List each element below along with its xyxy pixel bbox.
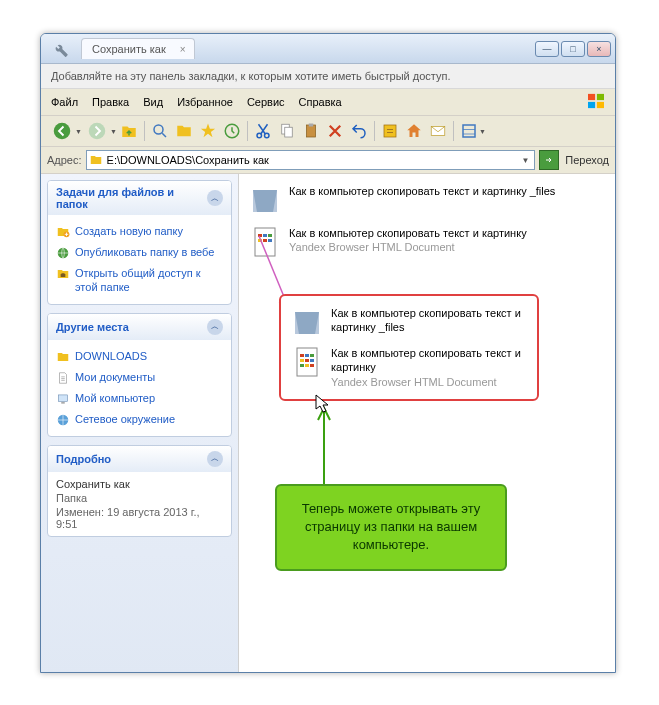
sidebar: Задачи для файлов и папок ︿ Создать нову…	[41, 174, 239, 673]
file-type: Yandex Browser HTML Document	[289, 240, 527, 254]
views-dropdown-icon[interactable]: ▼	[479, 128, 486, 135]
paste-button[interactable]	[299, 119, 323, 143]
task-new-folder[interactable]: Создать новую папку	[56, 221, 223, 242]
callout-file-html: Как в компьютер скопировать текст и карт…	[291, 346, 527, 389]
svg-point-5	[89, 123, 106, 140]
folders-button[interactable]	[172, 119, 196, 143]
svg-rect-36	[305, 359, 309, 362]
file-area: Как в компьютер скопировать текст и карт…	[239, 174, 615, 673]
svg-rect-33	[305, 354, 309, 357]
callout-file-folder: Как в компьютер скопировать текст и карт…	[291, 306, 527, 338]
menubar: Файл Правка Вид Избранное Сервис Справка	[41, 89, 615, 116]
chevron-up-icon: ︿	[207, 451, 223, 467]
file-name: Как в компьютер скопировать текст и карт…	[289, 184, 555, 198]
places-panel: Другие места ︿ DOWNLOADS Мои документы М…	[47, 313, 232, 437]
properties-button[interactable]	[378, 119, 402, 143]
annotation-arrow-green	[309, 404, 339, 494]
task-publish[interactable]: Опубликовать папку в вебе	[56, 242, 223, 263]
place-label: Сетевое окружение	[75, 412, 175, 426]
place-documents[interactable]: Мои документы	[56, 367, 223, 388]
svg-rect-38	[300, 364, 304, 367]
file-item-html[interactable]: Как в компьютер скопировать текст и карт…	[249, 226, 605, 258]
svg-rect-3	[597, 102, 604, 108]
undo-button[interactable]	[347, 119, 371, 143]
place-label: Мои документы	[75, 370, 155, 384]
up-button[interactable]	[117, 119, 141, 143]
folder-icon	[89, 153, 103, 167]
file-name: Как в компьютер скопировать текст и карт…	[289, 226, 527, 240]
bookmark-bar: Добавляйте на эту панель закладки, к кот…	[41, 64, 615, 89]
forward-button[interactable]	[82, 119, 112, 143]
svg-rect-0	[588, 94, 595, 100]
bookmark-hint: Добавляйте на эту панель закладки, к кот…	[51, 70, 450, 82]
tasks-header[interactable]: Задачи для файлов и папок ︿	[48, 181, 231, 215]
go-label: Переход	[565, 154, 609, 166]
svg-point-6	[154, 125, 163, 134]
task-label: Опубликовать папку в вебе	[75, 245, 214, 259]
place-label: Мой компьютер	[75, 391, 155, 405]
back-dropdown-icon[interactable]: ▼	[75, 128, 82, 135]
details-header[interactable]: Подробно ︿	[48, 446, 231, 472]
favorites-button[interactable]	[196, 119, 220, 143]
details-panel: Подробно ︿ Сохранить как Папка Изменен: …	[47, 445, 232, 537]
home-button[interactable]	[402, 119, 426, 143]
svg-rect-39	[305, 364, 309, 367]
address-dropdown-icon[interactable]: ▼	[518, 156, 532, 165]
place-network[interactable]: Сетевое окружение	[56, 409, 223, 430]
delete-button[interactable]	[323, 119, 347, 143]
address-input[interactable]	[103, 154, 519, 166]
menu-favorites[interactable]: Избранное	[177, 96, 233, 108]
details-name: Сохранить как	[56, 478, 223, 490]
close-button[interactable]: ×	[587, 41, 611, 57]
email-button[interactable]	[426, 119, 450, 143]
details-type: Папка	[56, 492, 223, 504]
back-button[interactable]	[47, 119, 77, 143]
menu-edit[interactable]: Правка	[92, 96, 129, 108]
places-title: Другие места	[56, 321, 129, 333]
folder-icon	[249, 184, 281, 216]
explorer-window: Сохранить как × — □ × Добавляйте на эту …	[40, 33, 616, 673]
svg-rect-35	[300, 359, 304, 362]
copy-button[interactable]	[275, 119, 299, 143]
minimize-button[interactable]: —	[535, 41, 559, 57]
svg-rect-34	[310, 354, 314, 357]
svg-rect-1	[597, 94, 604, 100]
menu-help[interactable]: Справка	[299, 96, 342, 108]
places-header[interactable]: Другие места ︿	[48, 314, 231, 340]
tab-title: Сохранить как	[92, 43, 166, 55]
details-modified: Изменен: 19 августа 2013 г., 9:51	[56, 506, 223, 530]
search-button[interactable]	[148, 119, 172, 143]
place-downloads[interactable]: DOWNLOADS	[56, 346, 223, 367]
history-button[interactable]	[220, 119, 244, 143]
svg-rect-32	[300, 354, 304, 357]
go-button[interactable]	[539, 150, 559, 170]
task-label: Создать новую папку	[75, 224, 183, 238]
address-input-wrap: ▼	[86, 150, 536, 170]
file-item-folder[interactable]: Как в компьютер скопировать текст и карт…	[249, 184, 605, 216]
svg-rect-12	[306, 125, 315, 137]
browser-tab[interactable]: Сохранить как ×	[81, 38, 195, 59]
views-button[interactable]	[457, 119, 481, 143]
menu-tools[interactable]: Сервис	[247, 96, 285, 108]
windows-logo-icon	[587, 93, 605, 111]
forward-dropdown-icon[interactable]: ▼	[110, 128, 117, 135]
menu-file[interactable]: Файл	[51, 96, 78, 108]
tab-close-icon[interactable]: ×	[180, 44, 186, 55]
menu-view[interactable]: Вид	[143, 96, 163, 108]
window-controls: — □ ×	[535, 41, 611, 57]
toolbar: ▼ ▼ ▼	[41, 116, 615, 147]
callout-green-tip: Теперь можете открывать эту страницу из …	[275, 484, 507, 571]
svg-rect-20	[61, 402, 65, 404]
place-computer[interactable]: Мой компьютер	[56, 388, 223, 409]
cursor-icon	[315, 394, 331, 414]
callout-red-box: Как в компьютер скопировать текст и карт…	[279, 294, 539, 401]
file-name: Как в компьютер скопировать текст и карт…	[331, 346, 527, 375]
svg-rect-13	[309, 124, 314, 127]
maximize-button[interactable]: □	[561, 41, 585, 57]
place-label: DOWNLOADS	[75, 349, 147, 363]
tip-text: Теперь можете открывать эту страницу из …	[302, 501, 481, 552]
svg-rect-40	[310, 364, 314, 367]
svg-rect-14	[384, 125, 396, 137]
cut-button[interactable]	[251, 119, 275, 143]
task-share[interactable]: Открыть общий доступ к этой папке	[56, 263, 223, 298]
